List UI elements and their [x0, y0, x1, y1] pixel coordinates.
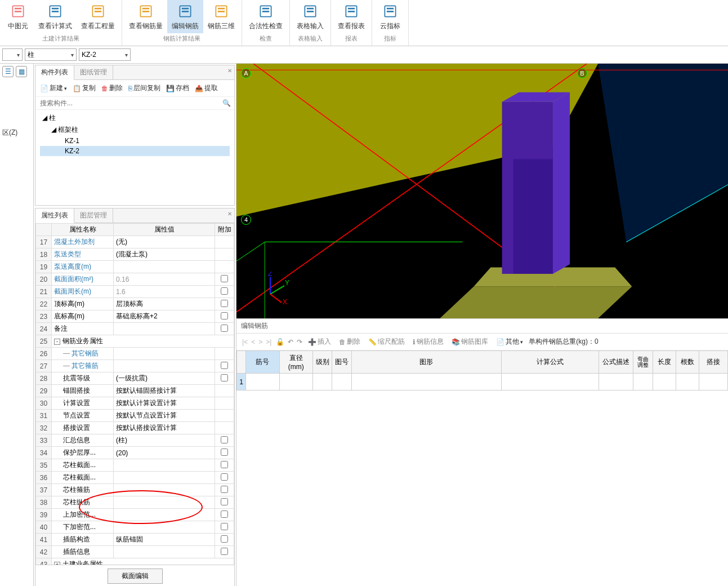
property-row[interactable]: 25-钢筋业务属性: [36, 335, 234, 348]
checkbox[interactable]: [221, 300, 228, 307]
prop-value[interactable]: 按默认锚固搭接计算: [114, 385, 215, 397]
delete-button[interactable]: 🗑删除: [337, 336, 363, 348]
dropdown-category[interactable]: 柱▾: [25, 48, 77, 61]
ribbon-sel-elem[interactable]: 中图元: [2, 0, 34, 33]
col-8[interactable]: 长度: [653, 351, 676, 374]
prop-value[interactable]: (混凝土泵): [114, 248, 215, 261]
prop-extra[interactable]: [215, 447, 234, 459]
col-5[interactable]: 计算公式: [501, 351, 599, 374]
search-input[interactable]: [39, 98, 222, 108]
prop-extra[interactable]: [215, 509, 234, 521]
prop-extra[interactable]: [215, 484, 234, 496]
prop-value[interactable]: [114, 509, 215, 521]
ribbon-edit-rebar[interactable]: 编辑钢筋: [167, 0, 203, 33]
prop-extra[interactable]: [215, 397, 234, 410]
prop-extra[interactable]: [215, 521, 234, 534]
lock-icon[interactable]: 🔓: [276, 338, 284, 346]
ribbon-table-input[interactable]: 表格输入: [292, 0, 328, 33]
tree-root[interactable]: ◢柱: [40, 112, 230, 124]
checkbox[interactable]: [221, 287, 228, 295]
col-3[interactable]: 图号: [332, 351, 352, 374]
prop-extra[interactable]: [215, 410, 234, 422]
other-button[interactable]: 📄其他 ▾: [494, 336, 525, 348]
prop-extra[interactable]: [215, 472, 234, 484]
checkbox[interactable]: [221, 436, 228, 443]
checkbox[interactable]: [221, 486, 228, 493]
checkbox[interactable]: [221, 449, 228, 456]
ribbon-view-report[interactable]: 查看报表: [333, 0, 369, 33]
checkbox[interactable]: [221, 523, 228, 530]
checkbox[interactable]: [221, 473, 228, 481]
prop-value[interactable]: [114, 261, 215, 273]
property-row[interactable]: 36芯柱截面...: [36, 472, 234, 484]
checkbox[interactable]: [221, 325, 228, 332]
property-row[interactable]: 40下加密范...: [36, 521, 234, 534]
ribbon-view-qty[interactable]: 查看工程量: [77, 0, 119, 33]
table-row[interactable]: 1: [237, 374, 728, 390]
checkbox[interactable]: [221, 461, 228, 468]
property-row[interactable]: 38芯柱纵筋: [36, 496, 234, 509]
undo-icon[interactable]: ↶: [288, 338, 293, 346]
prop-value[interactable]: 按默认搭接设置计算: [114, 422, 215, 434]
checkbox[interactable]: [221, 275, 228, 282]
property-row[interactable]: 26— 其它钢筋: [36, 348, 234, 360]
prop-value[interactable]: 纵筋锚固: [114, 534, 215, 546]
prop-extra[interactable]: [215, 236, 234, 248]
prop-extra[interactable]: [215, 385, 234, 397]
grid-icon[interactable]: ▦: [16, 66, 27, 77]
property-row[interactable]: 33汇总信息(柱): [36, 434, 234, 447]
col-7[interactable]: 弯曲调整: [633, 351, 653, 374]
checkbox[interactable]: [221, 510, 228, 518]
checkbox[interactable]: [221, 312, 228, 319]
col-9[interactable]: 根数: [676, 351, 699, 374]
lib-button[interactable]: 📚钢筋图库: [449, 336, 490, 348]
ribbon-cloud-index[interactable]: 云指标: [374, 0, 406, 33]
dropdown-component[interactable]: KZ-2▾: [79, 48, 131, 61]
property-row[interactable]: 43+土建业务属性: [36, 558, 234, 565]
scale-button[interactable]: 📏缩尺配筋: [366, 336, 407, 348]
prop-value[interactable]: [114, 546, 215, 558]
checkbox[interactable]: [221, 548, 228, 555]
col-10[interactable]: 搭接: [699, 351, 727, 374]
tree-sub[interactable]: ◢框架柱: [40, 124, 230, 136]
prop-value[interactable]: [114, 348, 215, 360]
tree-item-kz1[interactable]: KZ-1: [40, 136, 230, 146]
col-2[interactable]: 级别: [312, 351, 332, 374]
dropdown-1[interactable]: ▾: [2, 48, 23, 61]
floor-copy-button[interactable]: ⎘层间复制: [126, 82, 163, 94]
prop-value[interactable]: [114, 459, 215, 472]
prop-value[interactable]: (一级抗震): [114, 372, 215, 385]
property-row[interactable]: 35芯柱截面...: [36, 459, 234, 472]
prop-value[interactable]: 层顶标高: [114, 298, 215, 310]
prop-extra[interactable]: [215, 360, 234, 372]
property-row[interactable]: 39上加密范...: [36, 509, 234, 521]
prop-value[interactable]: 基础底标高+2: [114, 310, 215, 323]
property-row[interactable]: 29锚固搭接按默认锚固搭接计算: [36, 385, 234, 397]
property-row[interactable]: 27— 其它箍筋: [36, 360, 234, 372]
prop-value[interactable]: [114, 323, 215, 335]
section-edit-button[interactable]: 截面编辑: [108, 569, 163, 584]
property-row[interactable]: 41插筋构造纵筋锚固: [36, 534, 234, 546]
property-row[interactable]: 42插筋信息: [36, 546, 234, 558]
tab-drawing-mgmt[interactable]: 图纸管理: [74, 65, 113, 79]
tab-component-list[interactable]: 构件列表: [35, 65, 74, 80]
property-row[interactable]: 31节点设置按默认节点设置计算: [36, 410, 234, 422]
prop-value[interactable]: [114, 360, 215, 372]
prop-value[interactable]: (无): [114, 236, 215, 248]
tab-layer-mgmt[interactable]: 图层管理: [74, 208, 113, 223]
prop-value[interactable]: 0.16: [114, 273, 215, 286]
ribbon-view-rebar[interactable]: 查看钢筋量: [124, 0, 167, 33]
prop-extra[interactable]: [215, 323, 234, 335]
prop-extra[interactable]: [215, 261, 234, 273]
nav-last[interactable]: >|: [265, 338, 273, 346]
prop-extra[interactable]: [215, 434, 234, 447]
property-row[interactable]: 30计算设置按默认计算设置计算: [36, 397, 234, 410]
redo-icon[interactable]: ↷: [297, 338, 302, 346]
prop-extra[interactable]: [215, 459, 234, 472]
checkbox[interactable]: [221, 362, 228, 369]
ribbon-rebar-3d[interactable]: 钢筋三维: [203, 0, 239, 33]
archive-button[interactable]: 💾存档: [164, 82, 191, 94]
prop-value[interactable]: 1.6: [114, 286, 215, 298]
prop-extra[interactable]: [215, 248, 234, 261]
list-icon[interactable]: ☰: [2, 66, 14, 77]
